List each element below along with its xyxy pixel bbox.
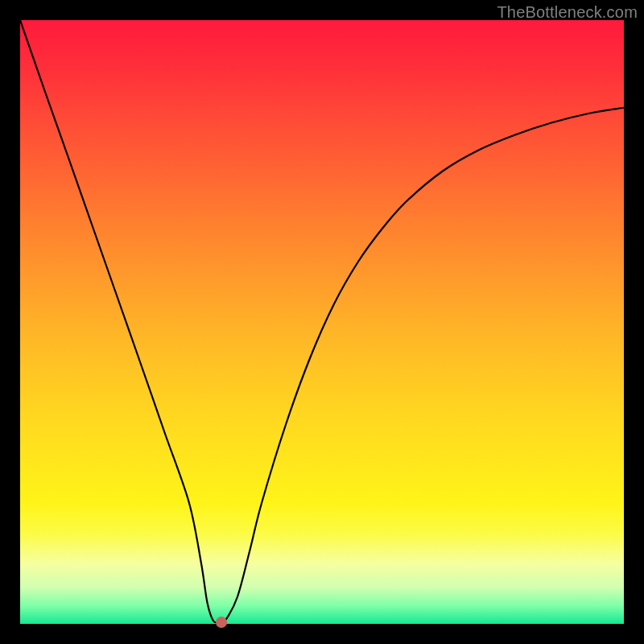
plot-area	[20, 20, 624, 624]
current-point-marker	[216, 617, 227, 628]
watermark-text: TheBottleneck.com	[497, 3, 638, 22]
bottleneck-curve	[20, 20, 624, 624]
chart-frame: TheBottleneck.com	[0, 0, 644, 644]
